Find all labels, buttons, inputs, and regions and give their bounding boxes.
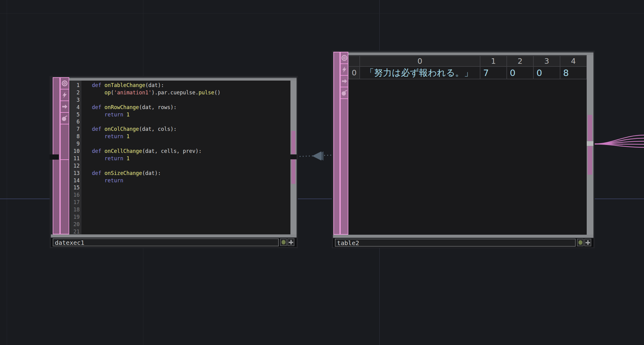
line-number: 9: [70, 140, 82, 148]
line-number: 21: [70, 228, 82, 236]
viewer-flag-button[interactable]: [577, 239, 584, 246]
table-column-header[interactable]: 1: [480, 56, 507, 67]
code-text: [82, 221, 92, 228]
line-number: 7: [70, 126, 82, 133]
table-viewer[interactable]: 012340「努力は必ず報われる。」7008: [348, 55, 587, 235]
grid-line-vertical: [7, 0, 7, 345]
node-name-field[interactable]: datexec1: [53, 238, 279, 246]
code-text: [82, 228, 92, 236]
code-text: [82, 199, 92, 206]
code-text: [82, 191, 92, 199]
table-column-header[interactable]: 4: [560, 56, 587, 67]
node-datexec1[interactable]: 1def onTableChange(dat):2 op('animation1…: [50, 76, 298, 248]
code-text: return: [82, 177, 123, 184]
code-line: 18: [70, 206, 290, 214]
node-top-bar: [348, 52, 593, 55]
table-cell[interactable]: 8: [560, 67, 587, 79]
code-line: 7def onColChange(dat, cols):: [70, 126, 290, 133]
link-arrow-shadow: [314, 151, 324, 161]
viewer-flag-button[interactable]: [341, 52, 348, 64]
node-name-field[interactable]: table2: [335, 239, 576, 247]
right-rail-connector[interactable]: [291, 131, 295, 154]
node-bottom-bar: [333, 235, 593, 238]
right-rail-connector[interactable]: [291, 159, 295, 184]
line-number: 11: [70, 155, 82, 162]
line-number: 16: [70, 191, 82, 199]
code-text: def onCellChange(dat, cells, prev):: [82, 148, 202, 155]
line-number: 14: [70, 177, 82, 184]
dat-output-connector[interactable]: [290, 154, 297, 159]
dat-output-connector[interactable]: [587, 141, 593, 146]
code-line: 15: [70, 184, 290, 191]
code-line: 10def onCellChange(dat, cells, prev):: [70, 148, 290, 155]
table-column-header[interactable]: 0: [360, 56, 480, 67]
table-cell[interactable]: 7: [480, 67, 507, 79]
table-row-header[interactable]: 0: [349, 67, 360, 79]
viewer-flag-dot-icon: [282, 240, 286, 245]
line-number: 15: [70, 184, 82, 191]
viewer-flag-dot-icon: [578, 240, 582, 245]
dat-reference-link[interactable]: [297, 155, 333, 157]
code-line: 11 return 1: [70, 155, 290, 162]
code-line: 9: [70, 140, 290, 148]
line-number: 2: [70, 89, 82, 97]
lightning-icon: [341, 66, 348, 73]
output-wire: [593, 138, 644, 144]
code-line: 16: [70, 191, 290, 199]
bomb-flag-button[interactable]: [341, 87, 348, 99]
line-number: 19: [70, 214, 82, 221]
table-cell[interactable]: 0: [507, 67, 534, 79]
rail-divider: [60, 159, 69, 160]
lightning-flag-button[interactable]: [341, 64, 348, 76]
code-line: 2 op('animation1').par.cuepulse.pulse(): [70, 89, 290, 97]
code-line: 3: [70, 97, 290, 104]
node-icon-rail: [60, 77, 69, 234]
output-wire: [593, 135, 644, 144]
table-cell[interactable]: 0: [534, 67, 560, 79]
table-column-header[interactable]: 2: [507, 56, 534, 67]
table-output-wires[interactable]: [593, 135, 644, 147]
code-text: return 1: [82, 133, 130, 140]
table-column-header[interactable]: 3: [534, 56, 560, 67]
link-arrow-left-icon: [312, 151, 321, 161]
line-number: 17: [70, 199, 82, 206]
lightning-icon: [61, 91, 68, 99]
code-text: [82, 118, 92, 126]
line-number: 20: [70, 221, 82, 228]
lightning-flag-button[interactable]: [61, 89, 69, 101]
line-number: 6: [70, 118, 82, 126]
table-cell[interactable]: 「努力は必ず報われる。」: [360, 67, 480, 79]
plus-icon: [289, 240, 293, 245]
output-wire: [593, 144, 644, 147]
node-icon-rail: [340, 52, 348, 235]
table-corner-cell[interactable]: [349, 56, 360, 67]
output-wire: [593, 144, 644, 144]
grid-line-horizontal: [0, 13, 644, 13]
dat-input-connector[interactable]: [50, 154, 59, 160]
node-left-rail[interactable]: [333, 52, 340, 235]
code-line: 1def onTableChange(dat):: [70, 82, 290, 89]
code-text: [82, 214, 92, 221]
plus-icon: [585, 240, 590, 245]
line-number: 13: [70, 170, 82, 177]
viewer-flag-button[interactable]: [280, 238, 287, 246]
code-text: return 1: [82, 111, 130, 119]
bomb-flag-button[interactable]: [61, 113, 69, 124]
code-line: 12: [70, 162, 290, 170]
viewer-flag-button[interactable]: [61, 78, 69, 89]
expand-button[interactable]: [584, 239, 591, 246]
code-line: 13def onSizeChange(dat):: [70, 170, 290, 177]
viewer-icon: [341, 54, 348, 62]
node-right-edge: [587, 55, 593, 235]
code-text: [82, 97, 92, 104]
network-editor-canvas[interactable]: 1def onTableChange(dat):2 op('animation1…: [0, 0, 644, 345]
expand-button[interactable]: [287, 238, 294, 246]
right-rail-connector[interactable]: [588, 146, 592, 175]
node-table2[interactable]: 012340「努力は必ず報われる。」7008 table2: [332, 51, 595, 248]
arrow-flag-button[interactable]: [341, 76, 348, 87]
bomb-icon: [341, 89, 348, 97]
code-text: return 1: [82, 155, 130, 162]
arrow-flag-button[interactable]: [61, 101, 69, 113]
right-rail-connector[interactable]: [588, 115, 592, 141]
bomb-icon: [61, 115, 68, 122]
